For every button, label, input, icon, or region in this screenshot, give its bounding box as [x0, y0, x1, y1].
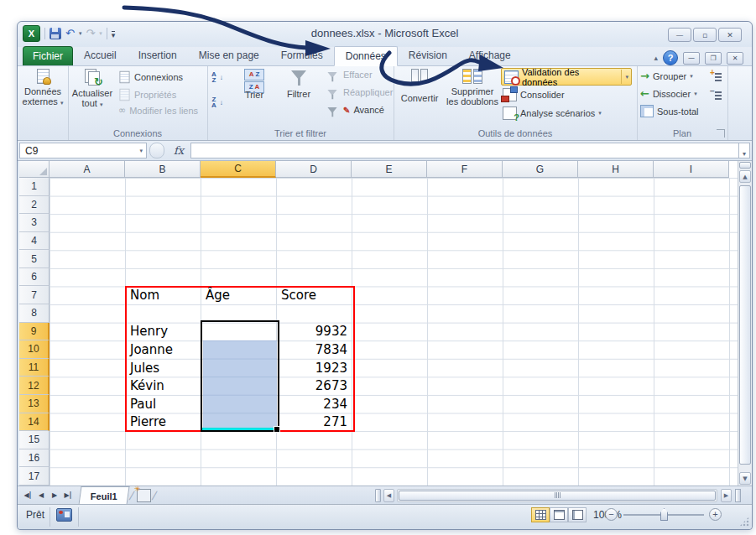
cell-B13[interactable]: Paul — [126, 395, 201, 413]
workbook-minimize-button[interactable]: — — [683, 52, 700, 65]
cell-D10[interactable]: 7834 — [277, 340, 352, 359]
scroll-down-icon[interactable]: ▼ — [739, 472, 751, 485]
cell-D14[interactable]: 271 — [277, 413, 352, 432]
restore-button[interactable]: ▫ — [693, 28, 717, 42]
group-button[interactable]: → Grouper ▾ — [640, 70, 693, 82]
zoom-out-button[interactable]: − — [605, 508, 618, 521]
reapply-filter-button[interactable]: Réappliquer — [325, 87, 393, 97]
tab-fichier[interactable]: Fichier — [23, 46, 73, 65]
column-header-G[interactable]: G — [503, 161, 578, 178]
properties-button[interactable]: Propriétés — [118, 87, 176, 102]
column-header-F[interactable]: F — [427, 161, 503, 178]
consolidate-button[interactable]: Consolider — [503, 88, 565, 101]
row-header-9[interactable]: 9 — [19, 323, 50, 341]
advanced-filter-button[interactable]: ✎ Avancé — [325, 105, 384, 115]
row-header-15[interactable]: 15 — [19, 431, 50, 449]
row-header-8[interactable]: 8 — [19, 304, 50, 323]
minimize-button[interactable]: — — [668, 28, 691, 42]
sort-za-button[interactable]: ZA↓ — [211, 96, 223, 108]
edit-links-button[interactable]: ∞ Modifier les liens — [118, 105, 198, 116]
insert-worksheet-icon[interactable] — [137, 489, 151, 502]
workbook-close-button[interactable]: ✕ — [727, 52, 743, 65]
refresh-all-button[interactable]: ↻ Actualiser tout ▾ — [70, 69, 114, 110]
column-header-I[interactable]: I — [654, 161, 729, 178]
cell-D7[interactable]: Score — [277, 287, 352, 305]
scroll-right-icon[interactable]: ▶ — [721, 489, 732, 502]
scroll-up-icon[interactable]: ▲ — [739, 170, 751, 183]
name-box-dropdown-icon[interactable]: ▾ — [139, 148, 143, 154]
first-sheet-icon[interactable]: ◀| — [21, 489, 34, 502]
next-sheet-icon[interactable]: ▶ — [48, 489, 61, 502]
cell-B11[interactable]: Jules — [126, 359, 201, 377]
resize-grip[interactable] — [739, 517, 749, 527]
data-validation-dropdown-icon[interactable]: ▾ — [625, 74, 628, 81]
workbook-restore-button[interactable]: ❐ — [705, 52, 722, 65]
column-header-B[interactable]: B — [125, 161, 201, 178]
insert-function-button[interactable]: fx — [167, 144, 190, 157]
scroll-left-icon[interactable]: ◀ — [383, 489, 394, 502]
cell-B12[interactable]: Kévin — [126, 377, 201, 395]
close-button[interactable]: ✕ — [718, 28, 742, 42]
row-header-16[interactable]: 16 — [19, 449, 50, 468]
sheet-tab-feuil1[interactable]: Feuil1 — [78, 486, 129, 505]
tab-données[interactable]: Données — [334, 46, 398, 66]
normal-view-button[interactable] — [531, 507, 550, 522]
row-header-4[interactable]: 4 — [19, 232, 50, 251]
what-if-analysis-button[interactable]: Analyse scénarios ▾ — [503, 106, 602, 120]
row-header-1[interactable]: 1 — [19, 178, 50, 196]
row-header-17[interactable]: 17 — [19, 467, 50, 486]
select-all-corner[interactable] — [19, 161, 50, 178]
zoom-in-button[interactable]: + — [709, 508, 722, 521]
column-header-C[interactable]: C — [201, 161, 276, 178]
text-to-columns-button[interactable]: Convertir — [397, 69, 442, 103]
subtotal-button[interactable]: Sous-total — [640, 105, 699, 117]
row-header-10[interactable]: 10 — [19, 340, 50, 359]
row-header-7[interactable]: 7 — [19, 286, 50, 304]
clear-filter-button[interactable]: Effacer — [325, 70, 373, 80]
row-header-3[interactable]: 3 — [19, 214, 50, 232]
column-header-A[interactable]: A — [50, 161, 125, 178]
vertical-scrollbar[interactable]: ▲ ▼ — [738, 161, 752, 486]
column-header-D[interactable]: D — [276, 161, 352, 178]
row-header-12[interactable]: 12 — [19, 377, 50, 395]
ungroup-button[interactable]: ← Dissocier ▾ — [640, 87, 697, 100]
vertical-scroll-thumb[interactable] — [739, 185, 751, 465]
horizontal-scrollbar[interactable] — [397, 489, 717, 502]
cell-B7[interactable]: Nom — [126, 287, 201, 305]
row-header-5[interactable]: 5 — [19, 250, 50, 268]
horizontal-scroll-thumb[interactable] — [399, 491, 716, 501]
cell-B10[interactable]: Joanne — [126, 340, 201, 359]
row-header-11[interactable]: 11 — [19, 359, 50, 377]
cell-B14[interactable]: Pierre — [126, 413, 201, 432]
cell-B9[interactable]: Henry — [126, 323, 201, 341]
cell-D9[interactable]: 9932 — [277, 323, 352, 341]
sort-az-button[interactable]: AZ↓ — [211, 71, 223, 83]
cell-D12[interactable]: 2673 — [277, 377, 352, 395]
row-header-14[interactable]: 14 — [19, 413, 50, 432]
expand-formula-bar-icon[interactable]: ▾ — [738, 143, 750, 158]
tab-mise-en-page[interactable]: Mise en page — [188, 46, 270, 65]
hide-detail-icon[interactable] — [712, 90, 722, 101]
filter-button[interactable]: Filtrer — [278, 69, 320, 99]
remove-duplicates-button[interactable]: Supprimer les doublons — [446, 69, 499, 106]
get-external-data-button[interactable]: Données externes ▾ — [19, 69, 66, 108]
connections-button[interactable]: Connexions — [118, 70, 183, 85]
tab-insertion[interactable]: Insertion — [128, 46, 188, 65]
record-macro-icon[interactable] — [56, 508, 72, 522]
minimize-ribbon-icon[interactable]: ▴ — [654, 54, 658, 62]
vertical-split-box[interactable] — [739, 162, 751, 169]
page-layout-view-button[interactable] — [550, 507, 568, 522]
cell-D11[interactable]: 1923 — [277, 359, 352, 377]
column-header-H[interactable]: H — [578, 161, 654, 178]
tab-split-handle[interactable] — [375, 489, 381, 502]
show-detail-icon[interactable] — [712, 71, 722, 82]
row-header-13[interactable]: 13 — [19, 395, 50, 413]
column-header-E[interactable]: E — [352, 161, 427, 178]
page-break-view-button[interactable] — [568, 507, 587, 522]
help-icon[interactable]: ? — [663, 50, 678, 65]
tab-accueil[interactable]: Accueil — [73, 46, 128, 65]
zoom-slider-thumb[interactable] — [660, 508, 668, 521]
dialog-launcher-icon[interactable] — [717, 129, 725, 138]
sort-button[interactable]: AZ ZA Trier — [236, 69, 273, 100]
row-header-6[interactable]: 6 — [19, 268, 50, 287]
